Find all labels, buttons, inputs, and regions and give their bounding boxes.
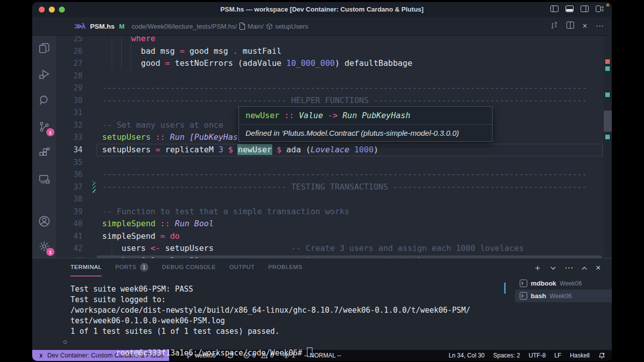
cursor-position[interactable]: Ln 34, Col 30 (449, 352, 485, 359)
remote-explorer-icon[interactable] (38, 172, 51, 186)
code-line[interactable]: -------------------------------------- H… (102, 95, 587, 107)
haskell-file-icon: ≫λ (74, 22, 86, 31)
hover-signature: newUser :: Value -> Run PubKeyHash (239, 107, 492, 124)
highlighted-word: newUser (238, 145, 272, 154)
accounts-icon[interactable] (38, 215, 51, 228)
terminal-line: /workspace/code/dist-newstyle/build/x86_… (70, 305, 470, 316)
code-line[interactable]: bad msg = good msg . mustFail (102, 45, 281, 58)
notifications-bell[interactable] (598, 352, 605, 359)
highlight-marker (605, 66, 610, 71)
terminal-line: test/week06-0.1.0.0-week06-PSM.log (70, 316, 470, 326)
panel-tabs: TERMINAL PORTS1 DEBUG CONSOLE OUTPUT PRO… (32, 258, 612, 277)
terminal-lines: Test suite week06-PSM: PASSTest suite lo… (70, 284, 470, 337)
customize-layout-icon[interactable] (596, 6, 604, 12)
code-line[interactable]: ----------------------------------------… (102, 82, 587, 95)
code-line[interactable]: -- Function to test that a simple transa… (102, 206, 349, 218)
panel-actions: ＋ ⋯ × (533, 258, 601, 277)
close-panel-icon[interactable]: × (596, 263, 601, 272)
desktop: PSM.hs — workspace [Dev Container: Custo… (0, 0, 644, 362)
command-decoration-icon[interactable] (63, 340, 67, 344)
editor-tab-bar: ≫λ PSM.hs M code/Week06/lecture_tests/PS… (32, 17, 612, 36)
code-line[interactable]: simpleSpend = do (102, 230, 180, 243)
indentation-setting[interactable]: Spaces: 2 (493, 352, 520, 359)
more-actions-icon[interactable]: ⋯ (596, 22, 604, 30)
code-editor[interactable]: 25262728293031323334353637383940414243 w… (56, 36, 612, 258)
terminal-item-mdbook[interactable]: mdbook Week06 (515, 277, 612, 290)
code-line[interactable]: good = testNoErrors (adaValue 10_000_000… (102, 57, 413, 70)
terminal-line: Test suite logged to: (70, 295, 470, 305)
activity-bar-bottom: 1 (32, 215, 56, 253)
hover-doc: Defined in ‘Plutus.Model.Contract’ (plut… (239, 125, 492, 141)
code-line[interactable]: simpleSpend :: Run Bool (102, 218, 214, 230)
hover-tooltip: newUser :: Value -> Run PubKeyHash Defin… (238, 106, 493, 142)
search-icon[interactable] (38, 94, 51, 107)
ports-badge: 1 (140, 263, 148, 272)
bell-icon (598, 352, 605, 359)
error-marker (605, 59, 610, 64)
extensions-icon[interactable] (38, 146, 51, 159)
tab-output[interactable]: OUTPUT (229, 258, 255, 277)
source-control-icon[interactable]: 1 (38, 120, 51, 133)
terminal-line: Test suite week06-PSM: PASS (70, 284, 470, 295)
close-editor-icon[interactable]: × (583, 22, 587, 30)
terminal-dropdown-icon[interactable] (550, 263, 556, 272)
code-line[interactable]: where (102, 36, 155, 45)
terminal-item-bash[interactable]: bash Week06 (515, 290, 612, 302)
title-bar: PSM.hs — workspace [Dev Container: Custo… (32, 2, 612, 17)
terminal-prompt-line: root@6c333f13a1e6:/workspace/code/Week06… (70, 337, 470, 347)
breadcrumb-module[interactable]: Main/ (248, 23, 264, 30)
compare-changes-icon[interactable] (550, 21, 558, 31)
workbench-main: 1 1 (32, 36, 612, 258)
terminal-icon (520, 292, 527, 300)
breadcrumb-symbol[interactable]: setupUsers (275, 23, 308, 30)
tab-terminal[interactable]: TERMINAL (70, 258, 102, 277)
terminal-output[interactable]: Test suite week06-PSM: PASSTest suite lo… (70, 284, 470, 347)
eol-setting[interactable]: LF (554, 352, 561, 359)
breadcrumb: code/Week06/lecture_tests/PSM.hs/ Main/ … (132, 23, 308, 30)
toggle-primary-sidebar-icon[interactable] (550, 6, 558, 12)
terminal-cursor (307, 347, 312, 357)
code-line[interactable]: setupUsers :: Run [PubKeyHash] (102, 131, 248, 144)
highlight-marker (605, 135, 610, 139)
breadcrumb-path[interactable]: code/Week06/lecture_tests/PSM.hs/ (132, 23, 237, 30)
panel-more-icon[interactable]: ⋯ (565, 263, 573, 272)
terminal-icon (520, 280, 527, 287)
tab-debug-console[interactable]: DEBUG CONSOLE (162, 258, 216, 277)
maximize-panel-icon[interactable] (582, 263, 587, 272)
toggle-secondary-sidebar-icon[interactable] (581, 6, 589, 12)
encoding-setting[interactable]: UTF-8 (529, 352, 546, 359)
code-line[interactable]: -------------------------------------- T… (102, 181, 587, 194)
window-title: PSM.hs — workspace [Dev Container: Custo… (32, 2, 612, 17)
terminal-line: 1 of 1 test suites (1 of 1 test cases) p… (70, 326, 470, 337)
activity-bar: 1 1 (32, 36, 56, 258)
overview-ruler[interactable] (604, 36, 612, 258)
split-editor-icon[interactable] (567, 22, 574, 31)
vscode-window: PSM.hs — workspace [Dev Container: Custo… (32, 2, 612, 361)
remote-icon (38, 352, 44, 359)
tab-ports[interactable]: PORTS1 (115, 258, 148, 277)
settings-gear-icon[interactable]: 1 (38, 240, 51, 253)
scm-badge: 1 (46, 128, 54, 136)
code-line[interactable]: setupUsers = replicateM 3 $ newUser $ ad… (102, 144, 378, 156)
terminal-prompt: root@6c333f13a1e6:/workspace/code/Week06… (116, 348, 306, 357)
editor-actions: × ⋯ (550, 17, 604, 35)
scrollbar-thumb[interactable] (604, 111, 612, 132)
code-line[interactable]: users <- setupUsers -- Create 3 users an… (102, 242, 524, 255)
toggle-panel-icon[interactable] (566, 6, 574, 12)
terminal-instance-list: mdbook Week06 bash Week06 (515, 277, 612, 350)
code-line[interactable]: ----------------------------------------… (102, 168, 587, 181)
highlight-marker (605, 93, 610, 97)
file-icon (239, 23, 245, 30)
terminal-scroll-indicator[interactable] (504, 283, 506, 294)
layout-controls (550, 6, 604, 12)
code-line[interactable]: -- Set many users at once (102, 119, 223, 132)
bottom-panel: TERMINAL PORTS1 DEBUG CONSOLE OUTPUT PRO… (32, 258, 612, 350)
tab-problems[interactable]: PROBLEMS (268, 258, 302, 277)
run-debug-icon[interactable] (38, 68, 51, 81)
symbol-module-icon (266, 23, 273, 30)
tab-psm-hs[interactable]: PSM.hs (90, 23, 115, 30)
new-terminal-icon[interactable]: ＋ (533, 263, 542, 272)
settings-badge: 1 (46, 248, 54, 256)
explorer-icon[interactable] (38, 42, 51, 55)
language-mode[interactable]: Haskell (570, 352, 590, 359)
